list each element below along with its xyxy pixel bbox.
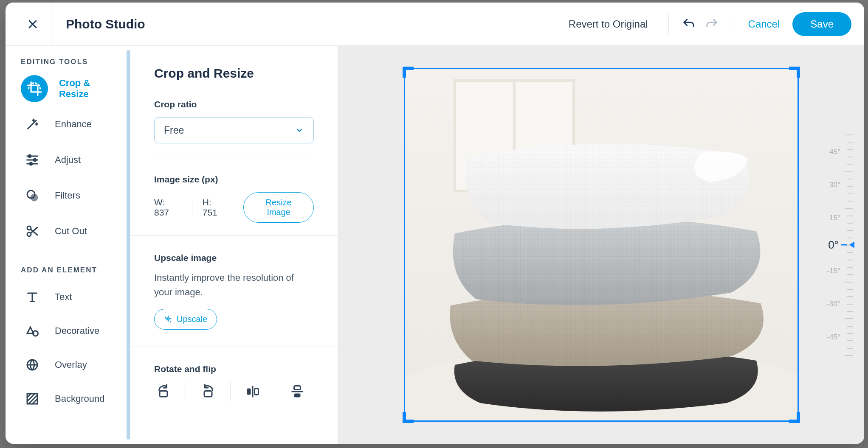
tool-filters[interactable]: Filters <box>21 182 122 209</box>
tool-label: Filters <box>55 190 80 201</box>
ruler-label: -30° <box>827 300 840 308</box>
wand-icon <box>21 113 44 136</box>
height-value: H: 751 <box>203 197 228 218</box>
sliders-icon <box>21 148 44 171</box>
image-size-label: Image size (px) <box>154 174 314 185</box>
separator <box>668 14 669 34</box>
cancel-button[interactable]: Cancel <box>748 18 780 30</box>
chevron-down-icon <box>295 126 304 135</box>
element-text[interactable]: Text <box>21 284 122 310</box>
svg-point-0 <box>28 155 31 157</box>
undo-icon <box>682 17 696 31</box>
element-overlay[interactable]: Overlay <box>21 352 122 378</box>
close-button[interactable] <box>14 3 51 45</box>
crop-ratio-label: Crop ratio <box>154 99 314 109</box>
circles-icon <box>21 184 44 207</box>
flip-horizontal-icon <box>245 384 260 399</box>
element-decorative[interactable]: Decorative <box>21 318 122 344</box>
tool-crop-resize[interactable]: Crop & Resize <box>21 76 122 102</box>
rotate-right-button[interactable] <box>154 382 173 401</box>
crop-handle-top-right[interactable] <box>789 67 800 78</box>
tool-label: Enhance <box>55 119 92 130</box>
svg-rect-10 <box>160 391 167 397</box>
divider <box>154 159 314 159</box>
separator <box>732 14 732 34</box>
element-label: Decorative <box>55 325 99 336</box>
svg-rect-11 <box>204 391 212 397</box>
editing-tools-heading: EDITING TOOLS <box>21 58 122 66</box>
ruler-label: -45° <box>827 333 840 342</box>
ruler-label: 45° <box>829 148 840 156</box>
shapes-icon <box>21 319 44 342</box>
crop-ratio-select[interactable]: Free <box>154 117 314 143</box>
globe-icon <box>21 353 44 376</box>
upscale-title: Upscale image <box>154 253 314 263</box>
crop-icon <box>21 75 48 102</box>
svg-point-2 <box>30 162 32 165</box>
tool-enhance[interactable]: Enhance <box>21 111 122 137</box>
tool-label: Cut Out <box>55 226 87 237</box>
tool-cutout[interactable]: Cut Out <box>21 218 122 244</box>
flip-vertical-icon <box>290 384 305 399</box>
rotation-current: 0° <box>828 238 839 252</box>
revert-to-original[interactable]: Revert to Original <box>569 18 648 30</box>
hatch-icon <box>21 387 44 410</box>
add-element-heading: ADD AN ELEMENT <box>21 266 122 274</box>
sidebar: EDITING TOOLS Crop & Resize Enhance <box>6 46 127 444</box>
sidebar-scrollbar[interactable] <box>127 50 130 440</box>
ruler-label: -15° <box>827 267 840 275</box>
ruler-label: 15° <box>829 214 840 222</box>
upscale-description: Instantly improve the resolution of your… <box>154 271 314 300</box>
svg-point-1 <box>34 159 36 161</box>
element-label: Text <box>55 291 72 302</box>
crop-handle-bottom-right[interactable] <box>789 412 800 423</box>
width-value: W: 837 <box>154 197 182 218</box>
separator <box>275 382 275 401</box>
tool-adjust[interactable]: Adjust <box>21 147 122 173</box>
rotation-ruler[interactable]: 45° 30° 15° -15° -30° -45° 0° <box>810 134 857 355</box>
text-icon <box>21 286 44 308</box>
svg-rect-15 <box>294 394 301 398</box>
photo-studio-modal: Photo Studio Revert to Original Cancel S… <box>6 3 864 444</box>
flip-horizontal-button[interactable] <box>243 382 262 401</box>
separator <box>230 382 231 401</box>
separator <box>186 382 186 401</box>
image-canvas[interactable] <box>404 68 799 422</box>
svg-rect-14 <box>294 386 301 390</box>
flip-vertical-button[interactable] <box>288 382 307 401</box>
sparkle-icon <box>164 315 172 324</box>
crop-handle-bottom-left[interactable] <box>403 412 414 423</box>
close-icon <box>26 18 39 31</box>
resize-image-button[interactable]: Resize Image <box>243 192 314 223</box>
scissors-icon <box>21 220 44 243</box>
tool-label: Adjust <box>55 154 81 165</box>
upscale-button[interactable]: Upscale <box>154 309 217 330</box>
rotate-flip-title: Rotate and flip <box>154 364 314 374</box>
redo-icon <box>705 17 719 31</box>
redo-button <box>700 13 723 36</box>
svg-point-4 <box>31 194 38 202</box>
rotate-left-button[interactable] <box>199 382 217 401</box>
ruler-label: 30° <box>829 181 840 189</box>
tool-label: Crop & Resize <box>59 78 122 100</box>
svg-rect-13 <box>255 389 259 395</box>
crop-frame[interactable] <box>404 68 799 422</box>
undo-button[interactable] <box>677 13 700 36</box>
crop-ratio-value: Free <box>164 125 184 136</box>
divider <box>21 254 122 254</box>
element-label: Overlay <box>55 359 87 370</box>
rotate-right-icon <box>156 384 171 399</box>
rotate-left-icon <box>200 384 216 399</box>
svg-rect-12 <box>247 389 251 395</box>
save-button[interactable]: Save <box>792 12 851 36</box>
app-title: Photo Studio <box>66 17 145 31</box>
rotation-indicator-icon <box>849 241 854 248</box>
crop-handle-top-left[interactable] <box>403 67 414 78</box>
canvas-area[interactable]: 45° 30° 15° -15° -30° -45° 0° <box>338 46 864 444</box>
element-label: Background <box>55 393 104 404</box>
separator <box>192 199 192 216</box>
header-bar: Photo Studio Revert to Original Cancel S… <box>6 3 864 46</box>
element-background[interactable]: Background <box>21 386 122 412</box>
rotation-center-dash <box>841 244 847 246</box>
properties-panel: Crop and Resize Crop ratio Free Image si… <box>130 46 338 444</box>
